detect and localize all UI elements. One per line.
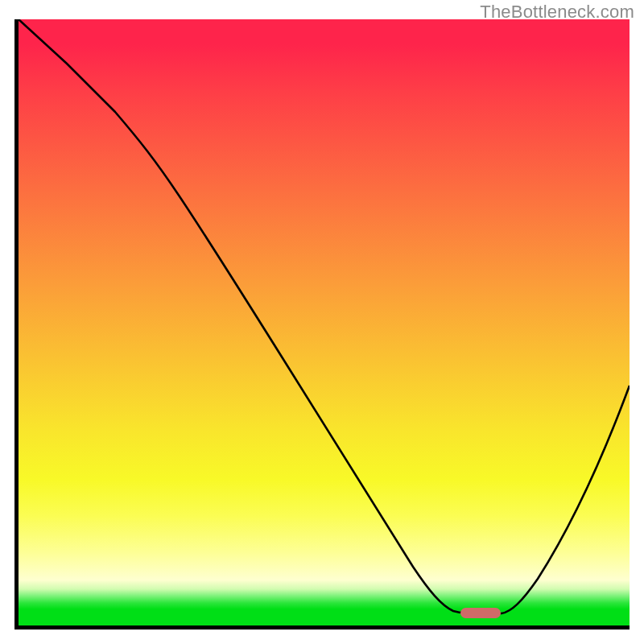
optimal-marker [460, 608, 501, 618]
plot-area [14, 19, 630, 630]
bottleneck-curve [19, 19, 630, 613]
chart-container: TheBottleneck.com [0, 0, 644, 644]
curve-layer [19, 19, 630, 625]
watermark-text: TheBottleneck.com [480, 2, 634, 23]
